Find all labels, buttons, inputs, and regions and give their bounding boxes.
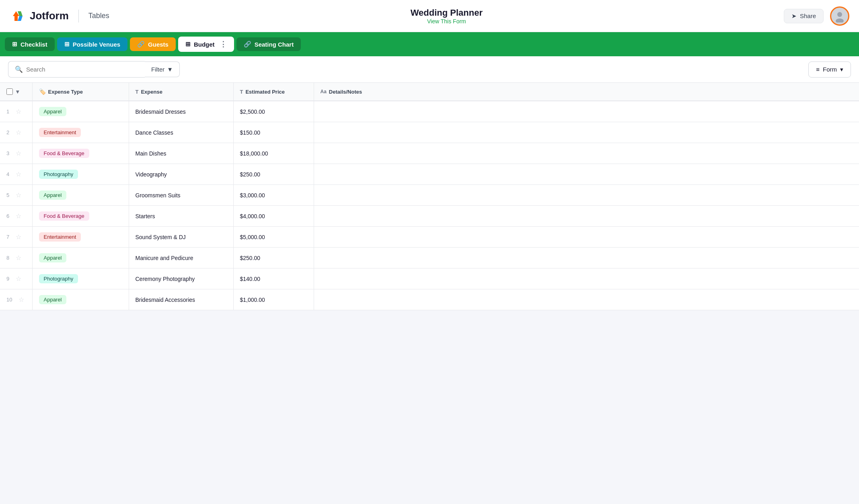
th-expense: T Expense: [129, 83, 233, 101]
data-table-container: ▾ 🏷️ Expense Type T Expense: [0, 83, 859, 310]
filter-label: Filter: [151, 66, 164, 73]
star-button[interactable]: ☆: [18, 296, 24, 303]
star-button[interactable]: ☆: [16, 254, 21, 262]
star-button[interactable]: ☆: [16, 212, 21, 220]
select-chevron-icon[interactable]: ▾: [16, 88, 19, 95]
expense-type-cell: Apparel: [32, 248, 129, 268]
expense-col-label: Expense: [141, 89, 162, 95]
select-all-checkbox[interactable]: [6, 88, 13, 95]
star-button[interactable]: ☆: [16, 108, 21, 115]
price-cell: $150.00: [233, 122, 314, 143]
price-col-icon: T: [240, 89, 243, 95]
row-num-cell: 9 ☆: [0, 268, 32, 289]
header-right: ➤ Share: [784, 6, 849, 26]
star-button[interactable]: ☆: [16, 150, 21, 157]
app-header: Jotform Tables Wedding Planner View This…: [0, 0, 859, 32]
avatar-icon: [833, 10, 846, 23]
details-cell: [314, 206, 859, 227]
expense-type-tag: Entertainment: [39, 232, 81, 242]
search-filter-group: 🔍 Filter ▼: [8, 61, 180, 78]
table-row: 2 ☆ Entertainment Dance Classes $150.00: [0, 122, 859, 143]
details-cell: [314, 164, 859, 185]
tab-seating-chart[interactable]: 🔗 Seating Chart: [236, 37, 301, 51]
price-cell: $4,000.00: [233, 206, 314, 227]
tab-bar: ⊞ Checklist ⊞ Possible Venues 🔗 Guests ⊞…: [0, 32, 859, 56]
share-icon: ➤: [791, 12, 797, 20]
avatar[interactable]: [830, 6, 849, 26]
th-expense-type: 🏷️ Expense Type: [32, 83, 129, 101]
tab-checklist[interactable]: ⊞ Checklist: [5, 37, 55, 51]
expense-type-cell: Entertainment: [32, 227, 129, 248]
row-num-cell: 2 ☆: [0, 122, 32, 143]
row-number: 9: [6, 276, 12, 282]
star-button[interactable]: ☆: [16, 129, 21, 136]
th-select: ▾: [0, 83, 32, 101]
share-button[interactable]: ➤ Share: [784, 9, 824, 23]
star-button[interactable]: ☆: [16, 191, 21, 199]
price-cell: $18,000.00: [233, 143, 314, 164]
jotform-logo-icon: [10, 8, 26, 24]
price-cell: $1,000.00: [233, 289, 314, 310]
row-number: 10: [6, 297, 15, 303]
tab-guests[interactable]: 🔗 Guests: [130, 37, 176, 51]
header-center: Wedding Planner View This Form: [411, 8, 483, 25]
expense-type-cell: Apparel: [32, 289, 129, 310]
row-num-cell: 3 ☆: [0, 143, 32, 164]
star-button[interactable]: ☆: [16, 170, 21, 178]
view-form-link[interactable]: View This Form: [411, 18, 483, 25]
budget-label: Budget: [194, 41, 215, 48]
row-num-cell: 8 ☆: [0, 248, 32, 268]
search-input[interactable]: [26, 66, 138, 73]
expense-type-tag: Apparel: [39, 253, 67, 262]
row-number: 6: [6, 213, 12, 219]
details-cell: [314, 289, 859, 310]
seating-icon: 🔗: [244, 41, 251, 48]
guests-icon: 🔗: [137, 41, 145, 48]
table-row: 9 ☆ Photography Ceremony Photography $14…: [0, 268, 859, 289]
row-num-cell: 1 ☆: [0, 101, 32, 122]
price-col-label: Estimated Price: [245, 89, 285, 95]
row-num-cell: 10 ☆: [0, 289, 32, 310]
checklist-icon: ⊞: [12, 41, 17, 48]
table-body: 1 ☆ Apparel Bridesmaid Dresses $2,500.00…: [0, 101, 859, 310]
expense-type-cell: Photography: [32, 268, 129, 289]
form-label: Form: [823, 66, 837, 73]
seating-label: Seating Chart: [255, 41, 294, 48]
row-num-cell: 6 ☆: [0, 206, 32, 227]
expense-type-tag: Apparel: [39, 107, 67, 116]
table-row: 8 ☆ Apparel Manicure and Pedicure $250.0…: [0, 248, 859, 268]
star-button[interactable]: ☆: [16, 275, 21, 283]
search-box[interactable]: 🔍: [8, 61, 145, 78]
star-button[interactable]: ☆: [16, 233, 21, 241]
header-left: Jotform Tables: [10, 8, 109, 24]
expense-type-col-icon: 🏷️: [39, 88, 46, 95]
expense-type-cell: Food & Beverage: [32, 206, 129, 227]
expense-cell: Main Dishes: [129, 143, 233, 164]
price-cell: $250.00: [233, 248, 314, 268]
form-button[interactable]: ≡ Form ▾: [808, 61, 851, 78]
header-divider: [78, 10, 79, 23]
expense-type-cell: Food & Beverage: [32, 143, 129, 164]
price-cell: $2,500.00: [233, 101, 314, 122]
budget-more-icon[interactable]: ⋮: [220, 40, 227, 49]
expense-cell: Ceremony Photography: [129, 268, 233, 289]
table-row: 3 ☆ Food & Beverage Main Dishes $18,000.…: [0, 143, 859, 164]
row-number: 2: [6, 129, 12, 135]
tab-possible-venues[interactable]: ⊞ Possible Venues: [57, 37, 127, 51]
price-cell: $140.00: [233, 268, 314, 289]
table-row: 5 ☆ Apparel Groomsmen Suits $3,000.00: [0, 185, 859, 206]
table-row: 7 ☆ Entertainment Sound System & DJ $5,0…: [0, 227, 859, 248]
row-number: 5: [6, 192, 12, 198]
th-details-notes: Aa Details/Notes: [314, 83, 859, 101]
row-number: 7: [6, 234, 12, 240]
expense-type-tag: Food & Beverage: [39, 149, 89, 158]
details-col-icon: Aa: [321, 89, 327, 94]
venues-label: Possible Venues: [73, 41, 120, 48]
expense-cell: Sound System & DJ: [129, 227, 233, 248]
filter-button[interactable]: Filter ▼: [145, 61, 180, 77]
tab-budget[interactable]: ⊞ Budget ⋮: [178, 37, 234, 52]
svg-point-2: [836, 18, 844, 23]
expense-cell: Dance Classes: [129, 122, 233, 143]
price-cell: $3,000.00: [233, 185, 314, 206]
expense-type-tag: Entertainment: [39, 128, 81, 137]
